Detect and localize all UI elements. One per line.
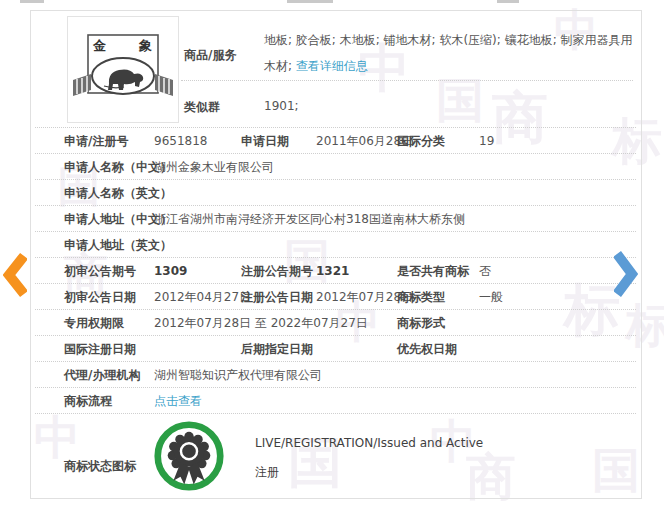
view-details-link[interactable]: 查看详细信息 bbox=[296, 59, 368, 73]
field-value: 湖州金象木业有限公司 bbox=[154, 158, 274, 175]
field-value: 9651818 bbox=[154, 134, 207, 148]
row-applicant-address-cn: 申请人地址（中文） 浙江省湖州市南浔经济开发区同心村318国道南林大桥东侧 bbox=[35, 205, 636, 231]
similar-group-label: 类似群 bbox=[184, 99, 220, 116]
field-label: 是否共有商标 bbox=[397, 262, 469, 279]
gold-elephant-trademark-logo: 金 象 bbox=[71, 20, 175, 119]
goods-services-value: 地板; 胶合板; 木地板; 铺地木材; 软木(压缩); 镶花地板; 制家用器具用… bbox=[264, 27, 634, 79]
field-label: 代理/办理机构 bbox=[64, 366, 140, 383]
row-international-dates: 国际注册日期 后期指定日期 优先权日期 bbox=[35, 335, 636, 361]
trademark-detail-page: 中国商标中国商国中标标中国中商国 金 象 bbox=[0, 0, 664, 509]
logo-char-right: 象 bbox=[138, 38, 152, 53]
row-agency: 代理/办理机构 湖州智聪知识产权代理有限公司 bbox=[35, 361, 636, 387]
prev-button[interactable] bbox=[3, 252, 27, 298]
field-label: 申请日期 bbox=[241, 132, 289, 149]
divider bbox=[181, 80, 633, 81]
trademark-info-card: 金 象 商品/服务 地板; 胶合板; 木地板; 铺地木材; 软木(压缩); 镶花… bbox=[30, 10, 642, 499]
row-trademark-process: 商标流程 点击查看 bbox=[35, 387, 636, 413]
row-gazette-numbers: 初审公告期号 1309 注册公告期号 1321 是否共有商标 否 bbox=[35, 257, 636, 283]
status-text-cn: 注册 bbox=[255, 464, 279, 481]
field-value: 2012年04月27日 bbox=[154, 288, 251, 305]
row-trademark-status: 商标状态图标 bbox=[35, 413, 636, 504]
row-applicant-address-en: 申请人地址（英文） bbox=[35, 231, 636, 257]
row-registration-number: 申请/注册号 9651818 申请日期 2011年06月28日 国际分类 19 bbox=[35, 127, 636, 153]
chevron-left-icon bbox=[3, 252, 27, 298]
field-value: 否 bbox=[479, 262, 491, 279]
field-label: 申请人名称（英文） bbox=[64, 184, 172, 201]
cropped-edge bbox=[20, 0, 44, 3]
field-value: 湖州智聪知识产权代理有限公司 bbox=[154, 366, 322, 383]
field-label: 商标类型 bbox=[397, 288, 445, 305]
status-text-en: LIVE/REGISTRATION/Issued and Active bbox=[255, 436, 483, 450]
detail-rows: 申请/注册号 9651818 申请日期 2011年06月28日 国际分类 19 … bbox=[35, 127, 636, 504]
next-button[interactable] bbox=[614, 250, 638, 298]
chevron-right-icon bbox=[614, 250, 638, 298]
similar-group-value: 1901; bbox=[264, 99, 299, 113]
field-label: 优先权日期 bbox=[397, 340, 457, 357]
field-label: 注册公告日期 bbox=[241, 288, 313, 305]
medal-ribbon-icon bbox=[153, 420, 225, 492]
cropped-edge bbox=[287, 0, 333, 3]
row-applicant-name-en: 申请人名称（英文） bbox=[35, 179, 636, 205]
click-to-view-link[interactable]: 点击查看 bbox=[154, 392, 202, 409]
field-label: 商标形式 bbox=[397, 314, 445, 331]
field-label: 初审公告日期 bbox=[64, 288, 136, 305]
goods-services-label: 商品/服务 bbox=[184, 47, 236, 64]
trademark-image: 金 象 bbox=[67, 16, 179, 123]
field-value: 1321 bbox=[316, 264, 349, 278]
row-applicant-name-cn: 申请人名称（中文） 湖州金象木业有限公司 bbox=[35, 153, 636, 179]
field-label: 申请人地址（英文） bbox=[64, 236, 172, 253]
status-label: 商标状态图标 bbox=[64, 458, 136, 475]
field-label: 国际注册日期 bbox=[64, 340, 136, 357]
cropped-edge bbox=[497, 0, 519, 3]
field-value: 2012年07月28日 至 2022年07月27日 bbox=[154, 314, 368, 331]
field-label: 申请/注册号 bbox=[64, 132, 128, 149]
field-label: 初审公告期号 bbox=[64, 262, 136, 279]
field-label: 后期指定日期 bbox=[241, 340, 313, 357]
field-label: 专用权期限 bbox=[64, 314, 124, 331]
row-gazette-dates: 初审公告日期 2012年04月27日 注册公告日期 2012年07月28日 商标… bbox=[35, 283, 636, 309]
row-exclusive-right-period: 专用权期限 2012年07月28日 至 2022年07月27日 商标形式 bbox=[35, 309, 636, 335]
field-value: 浙江省湖州市南浔经济开发区同心村318国道南林大桥东侧 bbox=[154, 210, 465, 227]
logo-char-left: 金 bbox=[92, 38, 107, 53]
field-value: 一般 bbox=[479, 288, 503, 305]
field-value: 1309 bbox=[154, 264, 187, 278]
field-label: 国际分类 bbox=[397, 132, 445, 149]
field-label: 注册公告期号 bbox=[241, 262, 313, 279]
field-label: 商标流程 bbox=[64, 392, 112, 409]
field-value: 19 bbox=[479, 134, 494, 148]
